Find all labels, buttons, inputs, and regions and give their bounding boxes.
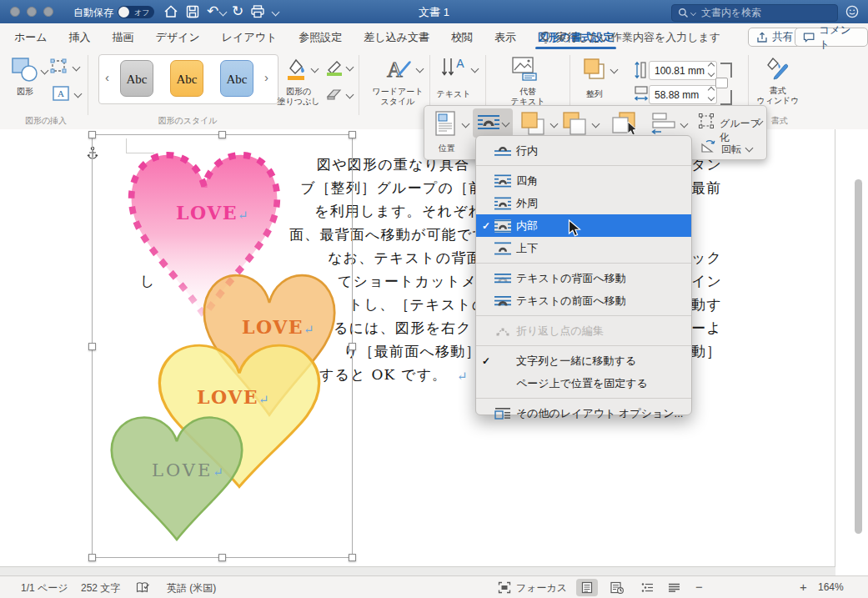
- menu-item-behind-text[interactable]: テキストの背面へ移動: [476, 267, 691, 289]
- height-stepper[interactable]: [709, 63, 714, 76]
- rotate-chevron-icon[interactable]: [745, 144, 754, 153]
- view-outline-button[interactable]: [636, 579, 658, 596]
- position-chevron-icon[interactable]: [462, 120, 470, 128]
- menu-item-in-front-of-text[interactable]: テキストの前面へ移動: [476, 289, 691, 312]
- text-line-fragment[interactable]: ック: [691, 249, 722, 267]
- text-box-button[interactable]: A: [52, 85, 70, 102]
- menu-item-move-with-text[interactable]: ✓ 文字列と一緒に移動する: [476, 349, 691, 372]
- zoom-level[interactable]: 164%: [818, 581, 844, 593]
- menu-item-more-layout-options[interactable]: その他のレイアウト オプション...: [476, 402, 691, 425]
- text-line-fragment[interactable]: ーよ: [691, 319, 722, 337]
- page-count[interactable]: 1/1 ページ: [21, 581, 68, 595]
- gallery-prev-icon[interactable]: ‹: [105, 70, 109, 84]
- text-box-chevron-icon[interactable]: [74, 90, 83, 98]
- send-backward-button[interactable]: [561, 110, 588, 137]
- language-status[interactable]: 英語 (米国): [167, 581, 216, 595]
- tab-draw[interactable]: 描画: [102, 23, 145, 52]
- tab-design[interactable]: デザイン: [145, 23, 211, 52]
- bring-forward-button[interactable]: [519, 110, 546, 137]
- alt-text-button[interactable]: [511, 56, 538, 81]
- shape-outline-button[interactable]: [325, 58, 344, 77]
- zoom-in-button[interactable]: +: [800, 580, 807, 594]
- document-page[interactable]: 図や図形の重なり具合 タン ブ［整列］グループの［前面へ 最前 を利用します。そ…: [0, 129, 868, 575]
- format-pane-button[interactable]: [763, 55, 793, 82]
- text-line[interactable]: てショートカットメ: [338, 272, 477, 290]
- lock-aspect-checkbox[interactable]: [715, 78, 728, 88]
- selection-handle-top-left[interactable]: [88, 131, 96, 138]
- tab-review[interactable]: 校閲: [440, 23, 484, 52]
- shape-style-swatch-gray[interactable]: Abc: [120, 60, 153, 97]
- search-input[interactable]: 文書内を検索: [671, 4, 838, 22]
- arrange-chevron-icon[interactable]: [610, 66, 619, 74]
- menu-item-top-bottom[interactable]: 上下: [476, 237, 691, 259]
- selection-handle-bottom-center[interactable]: [218, 554, 226, 561]
- text-line[interactable]: トし、［テキストの: [349, 295, 488, 314]
- menu-item-edit-wrap-points[interactable]: 折り返し点の編集: [476, 319, 691, 342]
- position-button[interactable]: [434, 110, 457, 137]
- edit-shape-button[interactable]: [50, 58, 68, 75]
- focus-icon[interactable]: [498, 581, 511, 594]
- shape-height-field[interactable]: 100.81 mm: [649, 61, 717, 80]
- menu-item-tight[interactable]: 外周: [476, 192, 691, 214]
- view-print-layout-button[interactable]: [576, 579, 598, 596]
- comments-button[interactable]: コメント: [795, 28, 868, 47]
- tell-me-box[interactable]: 実行したい作業内容を入力します: [540, 23, 720, 52]
- view-web-layout-button[interactable]: [606, 579, 628, 596]
- wordart-styles-button[interactable]: A: [377, 55, 414, 82]
- insert-shapes-button[interactable]: [10, 57, 40, 83]
- text-direction-button[interactable]: A: [439, 56, 468, 81]
- share-button[interactable]: 共有: [748, 28, 801, 47]
- shapes-chevron-icon[interactable]: [41, 67, 49, 75]
- gallery-next-icon[interactable]: ›: [264, 70, 268, 84]
- shape-effects-chevron-icon[interactable]: [346, 91, 354, 99]
- tab-home[interactable]: ホーム: [3, 23, 58, 52]
- edit-shape-chevron-icon[interactable]: [73, 63, 81, 72]
- menu-item-fix-position[interactable]: ページ上で位置を固定する: [476, 372, 691, 394]
- word-count[interactable]: 252 文字: [81, 581, 120, 595]
- shape-effects-button[interactable]: [325, 87, 344, 102]
- text-line-fragment[interactable]: 動］: [691, 342, 721, 360]
- selection-handle-middle-left[interactable]: [88, 343, 96, 350]
- arrange-button[interactable]: [582, 57, 607, 82]
- menu-item-square[interactable]: 四角: [476, 169, 691, 192]
- vertical-scrollbar-thumb[interactable]: [855, 179, 862, 534]
- shape-fill-button[interactable]: [283, 57, 309, 82]
- menu-item-through[interactable]: ✓ 内部: [476, 214, 691, 237]
- tab-layout[interactable]: レイアウト: [211, 23, 288, 52]
- group-button[interactable]: [698, 113, 715, 129]
- text-line[interactable]: り［最前面へ移動］を: [344, 342, 496, 360]
- text-line-fragment[interactable]: 最前: [691, 178, 721, 197]
- text-line-fragment[interactable]: イン: [691, 272, 722, 290]
- width-stepper[interactable]: [709, 88, 714, 100]
- wordart-chevron-icon[interactable]: [416, 65, 424, 73]
- text-chevron-icon[interactable]: [471, 65, 479, 73]
- selection-handle-bottom-left[interactable]: [88, 554, 96, 561]
- feedback-smiley-icon[interactable]: [845, 5, 859, 18]
- tab-mailings[interactable]: 差し込み文書: [353, 23, 440, 52]
- selection-handle-bottom-right[interactable]: [349, 554, 356, 561]
- bring-forward-chevron-icon[interactable]: [550, 120, 559, 128]
- selection-handle-middle-right[interactable]: [349, 343, 356, 350]
- zoom-out-button[interactable]: −: [695, 580, 703, 594]
- shape-style-swatch-blue[interactable]: Abc: [220, 60, 253, 97]
- menu-item-inline[interactable]: 行内: [476, 139, 691, 162]
- rotate-button[interactable]: [700, 139, 716, 154]
- selection-handle-top-center[interactable]: [218, 131, 226, 138]
- shape-fill-chevron-icon[interactable]: [311, 65, 319, 73]
- text-line[interactable]: るには、図形を右ク: [334, 319, 472, 337]
- send-backward-chevron-icon[interactable]: [592, 120, 600, 128]
- shape-width-field[interactable]: 58.88 mm: [649, 85, 717, 104]
- text-line-fragment[interactable]: 動す: [691, 295, 722, 314]
- wrap-text-button[interactable]: [473, 108, 513, 138]
- shape-outline-chevron-icon[interactable]: [346, 63, 354, 72]
- tab-view[interactable]: 表示: [484, 23, 527, 52]
- view-draft-button[interactable]: [663, 579, 685, 596]
- shape-style-swatch-orange[interactable]: Abc: [170, 60, 203, 97]
- tab-insert[interactable]: 挿入: [58, 23, 102, 52]
- selection-handle-top-right[interactable]: [349, 131, 356, 138]
- align-button[interactable]: [651, 111, 678, 136]
- tab-references[interactable]: 参照設定: [288, 23, 353, 52]
- align-chevron-icon[interactable]: [680, 120, 689, 128]
- proofing-status-icon[interactable]: [136, 581, 150, 594]
- focus-label[interactable]: フォーカス: [516, 581, 567, 595]
